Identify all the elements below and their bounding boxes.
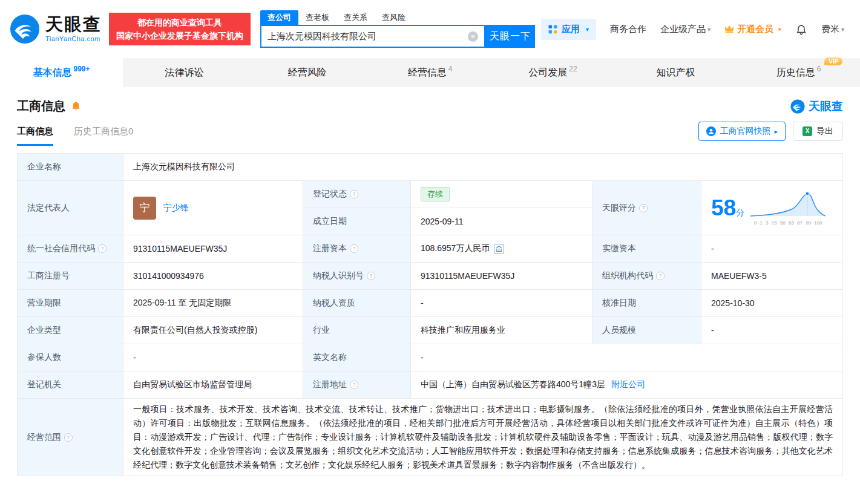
field-value-reg-address: 中国（上海）自由贸易试验区芳春路400号1幢3层附近公司 — [411, 371, 843, 399]
tab-operational-risk[interactable]: 经营风险 — [246, 58, 369, 87]
subtab-business-info[interactable]: 工商信息 — [17, 126, 53, 146]
notification-bell-icon[interactable] — [795, 23, 807, 35]
page: 天眼查 TianYanCha.com 都在用的商业查询工具 国家中小企业发展子基… — [0, 0, 860, 476]
field-label-business-scope: 经营范围? — [18, 399, 123, 476]
search-tab-risk[interactable]: 查风险 — [375, 10, 413, 25]
apps-grid-icon — [548, 25, 557, 34]
help-icon[interactable]: ? — [350, 381, 358, 389]
table-row: 工商注册号 310141000934976 纳税人识别号? 91310115MA… — [18, 263, 843, 290]
tab-basic-info[interactable]: 基本信息999+ — [0, 58, 123, 87]
search-input[interactable] — [268, 31, 468, 42]
field-label-establish-date: 成立日期 — [303, 208, 411, 235]
export-button[interactable]: X 导出 — [793, 122, 843, 141]
business-cooperation-link[interactable]: 商务合作 — [610, 24, 646, 35]
field-label-reg-status: 登记状态? — [303, 181, 411, 208]
tab-intellectual-property[interactable]: 知识产权 — [614, 58, 737, 87]
clear-icon[interactable]: ✕ — [468, 31, 478, 42]
field-value-english-name: - — [411, 344, 843, 371]
vip-badge: VIP — [824, 57, 842, 65]
search-box: ✕ — [260, 25, 485, 48]
field-label-english-name: 英文名称 — [303, 344, 411, 371]
field-value-business-term: 2025-09-11 至 无固定期限 — [123, 290, 303, 317]
tab-count-badge: 999+ — [73, 65, 90, 73]
tab-history-info[interactable]: 历史信息6VIP — [737, 58, 860, 87]
subtab-history-business-info[interactable]: 历史工商信息0 — [74, 126, 133, 146]
official-snapshot-button[interactable]: 工商官网快照 ▸ — [698, 122, 786, 141]
table-row: 统一社会信用代码? 91310115MAEUEFW35J 注册资本? 108.6… — [18, 235, 843, 263]
field-value-industry: 科技推广和应用服务业 — [411, 317, 592, 344]
table-row: 经营范围? 一般项目：技术服务、技术开发、技术咨询、技术交流、技术转让、技术推广… — [18, 399, 843, 476]
arrow-right-icon: ▸ — [774, 128, 778, 136]
field-label-credit-code: 统一社会信用代码? — [18, 235, 123, 263]
help-icon[interactable]: ? — [350, 244, 358, 253]
table-row: 企业名称 上海次元模因科技有限公司 — [18, 154, 843, 181]
tianyancha-logo[interactable]: 天眼查 TianYanCha.com — [10, 14, 102, 44]
field-value-staff-size: - — [701, 317, 843, 344]
field-value-insured-count: - — [123, 344, 303, 371]
monitor-bell-icon[interactable] — [71, 101, 81, 111]
section-header: 工商信息 天眼查 — [0, 87, 860, 114]
apps-label: 应用 — [562, 24, 580, 35]
field-label-industry: 行业 — [303, 317, 411, 344]
user-menu[interactable]: 费米 ▾ — [821, 24, 844, 35]
excel-icon: X — [803, 126, 812, 136]
slogan-line-1: 都在用的商业查询工具 — [116, 16, 243, 29]
field-value-establish-date: 2025-09-11 — [411, 208, 592, 235]
search-button[interactable]: 天眼一下 — [485, 25, 535, 48]
table-row: 参保人数 - 英文名称 - — [18, 344, 843, 371]
tab-legal-litigation[interactable]: 法律诉讼 — [123, 58, 246, 87]
field-value-reg-capital: 108.6957万人民币 — [411, 235, 592, 263]
search-tab-boss[interactable]: 查老板 — [298, 10, 336, 25]
help-icon[interactable]: ? — [656, 272, 665, 280]
legal-rep-avatar[interactable]: 宁 — [133, 197, 156, 220]
help-icon[interactable]: ? — [367, 272, 375, 280]
nearby-companies-link[interactable]: 附近公司 — [611, 379, 645, 389]
search-tab-relation[interactable]: 查关系 — [336, 10, 375, 25]
search-tabs: 查公司 查老板 查关系 查风险 — [260, 10, 535, 25]
capital-bank-icon[interactable] — [494, 244, 504, 254]
field-label-company-name: 企业名称 — [18, 154, 123, 181]
field-value-reg-status: 存续 — [411, 181, 592, 208]
field-label-reg-capital: 注册资本? — [303, 235, 411, 263]
chevron-down-icon: ▾ — [586, 26, 589, 33]
tab-count-badge: 4 — [448, 65, 453, 73]
field-value-org-code: MAEUEFW3-5 — [701, 263, 843, 290]
chevron-down-icon: ▾ — [778, 26, 781, 33]
tianyancha-logo-icon — [10, 14, 40, 44]
enterprise-products-menu[interactable]: 企业级产品 ▾ — [660, 24, 711, 35]
field-label-paid-capital: 实缴资本 — [592, 235, 701, 263]
help-icon[interactable]: ? — [350, 190, 358, 198]
table-row: 法定代表人 宁 宁少锋 登记状态? 存续 天眼评分? 58分 — [18, 181, 843, 208]
tab-business-info[interactable]: 经营信息4 — [369, 58, 491, 87]
legal-rep-link[interactable]: 宁少锋 — [163, 203, 189, 214]
username: 费米 — [821, 24, 839, 35]
field-value-business-scope: 一般项目：技术服务、技术开发、技术咨询、技术交流、技术转让、技术推广；货物进出口… — [123, 399, 843, 476]
page-title: 工商信息 — [17, 98, 65, 114]
field-label-business-term: 营业期限 — [18, 290, 123, 317]
field-value-approval-date: 2025-10-30 — [701, 290, 843, 317]
field-value-credit-code: 91310115MAEUEFW35J — [123, 235, 303, 263]
chevron-down-icon: ▾ — [841, 26, 844, 33]
tab-count-badge: 22 — [569, 65, 577, 73]
field-label-insured-count: 参保人数 — [18, 344, 123, 371]
search-tab-company[interactable]: 查公司 — [260, 10, 298, 25]
field-label-taxpayer-quality: 纳税人资质 — [303, 290, 411, 317]
slogan-line-2: 国家中小企业发展子基金旗下机构 — [116, 29, 243, 42]
open-membership-menu[interactable]: 开通会员 ▾ — [724, 24, 781, 35]
field-label-reg-number: 工商注册号 — [18, 263, 123, 290]
field-value-legal-rep: 宁 宁少锋 — [123, 181, 303, 235]
slogan-banner: 都在用的商业查询工具 国家中小企业发展子基金旗下机构 — [109, 13, 251, 45]
field-value-company-type: 有限责任公司(自然人投资或控股) — [123, 317, 303, 344]
help-icon[interactable]: ? — [98, 244, 107, 253]
tianyancha-watermark-logo: 天眼查 — [790, 99, 843, 114]
help-icon[interactable]: ? — [64, 433, 73, 442]
header-nav: 应用 ▾ 商务合作 企业级产品 ▾ 开通会员 ▾ 费米 ▾ — [541, 19, 844, 40]
field-label-score: 天眼评分? — [592, 181, 701, 235]
apps-menu[interactable]: 应用 ▾ — [541, 19, 596, 40]
tab-company-development[interactable]: 公司发展22 — [491, 58, 614, 87]
help-icon[interactable]: ? — [639, 204, 648, 212]
field-value-company-name: 上海次元模因科技有限公司 — [123, 154, 843, 181]
business-registration-table: 企业名称 上海次元模因科技有限公司 法定代表人 宁 宁少锋 登记状态? 存续 天… — [17, 153, 843, 476]
field-value-taxpayer-id: 91310115MAEUEFW35J — [411, 263, 592, 290]
field-label-reg-address: 注册地址? — [303, 371, 411, 399]
